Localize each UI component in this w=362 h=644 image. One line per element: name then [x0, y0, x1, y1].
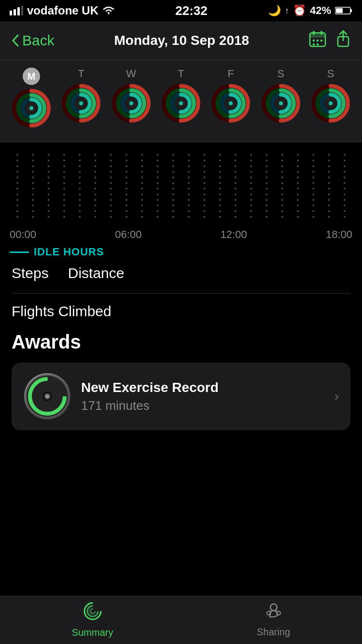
nav-title: Monday, 10 Sep 2018 — [114, 33, 250, 48]
idle-line — [10, 252, 29, 253]
tab-sharing[interactable]: Sharing — [257, 602, 290, 638]
time-label-1: 06:00 — [115, 228, 141, 241]
stats-row-top: Steps Distance — [12, 265, 350, 283]
time-label-0: 00:00 — [10, 228, 36, 241]
svg-rect-8 — [310, 33, 325, 38]
svg-rect-3 — [21, 6, 23, 15]
svg-rect-13 — [320, 40, 322, 42]
time-labels: 00:00 06:00 12:00 18:00 — [10, 228, 352, 241]
svg-rect-2 — [17, 7, 20, 15]
calendar-icon — [309, 30, 326, 47]
distance-stat: Distance — [68, 265, 125, 283]
time-label-2: 12:00 — [221, 228, 247, 241]
week-row: MTWTFSS — [0, 60, 362, 142]
sharing-icon — [265, 602, 282, 624]
calendar-button[interactable] — [309, 30, 326, 51]
svg-point-81 — [87, 606, 98, 616]
award-card[interactable]: New Exercise Record 171 minutes › — [12, 363, 350, 430]
svg-rect-10 — [320, 31, 322, 35]
stats-divider — [12, 293, 350, 294]
summary-icon — [84, 602, 102, 624]
svg-rect-15 — [317, 43, 319, 45]
tab-sharing-label: Sharing — [257, 627, 290, 638]
svg-rect-5 — [350, 9, 352, 12]
svg-rect-6 — [336, 8, 343, 13]
activity-ring-2 — [112, 84, 151, 123]
day-col-4: F — [209, 68, 252, 127]
dot-grid — [10, 152, 352, 220]
scroll-content[interactable]: MTWTFSS 00:00 06:00 12:00 18:00 IDLE HOU… — [0, 60, 362, 596]
signal-icon — [10, 6, 23, 15]
sharing-icon-svg — [265, 602, 282, 620]
award-badge — [23, 372, 71, 420]
day-col-0: M — [10, 68, 53, 127]
day-label-0: M — [23, 68, 40, 85]
time-label-3: 18:00 — [326, 228, 352, 241]
tab-bar: Summary Sharing — [0, 596, 362, 644]
svg-point-79 — [46, 395, 49, 398]
svg-rect-0 — [10, 11, 12, 15]
status-carrier: vodafone UK — [10, 4, 115, 17]
tab-summary-label: Summary — [72, 627, 113, 638]
nav-icons — [309, 30, 350, 51]
svg-rect-11 — [313, 40, 315, 42]
day-col-1: T — [59, 68, 103, 127]
carrier-text: vodafone UK — [27, 4, 98, 17]
svg-point-48 — [179, 101, 183, 105]
day-label-2: W — [126, 68, 136, 80]
activity-ring-4 — [211, 84, 250, 123]
battery-text: 42% — [310, 4, 331, 17]
back-chevron-icon — [12, 34, 19, 47]
day-col-3: T — [159, 68, 203, 127]
location-icon: ↑ — [285, 6, 289, 16]
wifi-icon — [102, 6, 115, 15]
award-chevron-icon: › — [334, 389, 339, 404]
chart-area — [10, 152, 352, 224]
share-icon — [336, 30, 350, 47]
svg-rect-12 — [317, 40, 319, 42]
activity-ring-1 — [62, 84, 100, 123]
alarm-icon: ⏰ — [293, 4, 306, 17]
award-title: New Exercise Record — [81, 380, 325, 395]
award-subtitle: 171 minutes — [81, 398, 325, 413]
summary-rings-icon — [84, 602, 102, 620]
day-label-1: T — [78, 68, 84, 80]
status-right: 🌙 ↑ ⏰ 42% — [268, 4, 352, 17]
steps-stat: Steps — [12, 265, 49, 283]
svg-point-24 — [29, 106, 33, 110]
status-bar: vodafone UK 22:32 🌙 ↑ ⏰ 42% — [0, 0, 362, 21]
battery-icon — [335, 6, 352, 15]
status-time: 22:32 — [175, 3, 208, 18]
day-col-6: S — [309, 68, 352, 127]
tab-summary[interactable]: Summary — [72, 602, 113, 638]
award-info: New Exercise Record 171 minutes — [81, 380, 325, 413]
flights-section: Flights Climbed — [0, 303, 362, 320]
award-badge-icon — [23, 372, 71, 420]
activity-ring-6 — [311, 84, 350, 123]
activity-ring-5 — [262, 84, 300, 123]
flights-label: Flights Climbed — [12, 303, 350, 320]
day-label-3: T — [178, 68, 184, 80]
svg-point-72 — [329, 101, 333, 105]
svg-point-64 — [279, 101, 283, 105]
awards-title: Awards — [12, 331, 350, 353]
svg-rect-1 — [14, 9, 16, 15]
idle-legend: IDLE HOURS — [10, 246, 352, 258]
chart-section: 00:00 06:00 12:00 18:00 IDLE HOURS — [0, 142, 362, 253]
moon-icon: 🌙 — [268, 4, 281, 17]
share-button[interactable] — [336, 30, 350, 51]
back-label: Back — [22, 32, 55, 49]
svg-point-32 — [79, 101, 83, 105]
stats-section: Steps Distance — [0, 253, 362, 294]
svg-rect-9 — [313, 31, 315, 35]
svg-rect-14 — [313, 43, 315, 45]
back-button[interactable]: Back — [12, 32, 55, 49]
day-label-5: S — [277, 68, 284, 80]
day-col-5: S — [259, 68, 303, 127]
activity-ring-3 — [162, 84, 200, 123]
svg-point-83 — [270, 604, 277, 611]
steps-label: Steps — [12, 265, 49, 281]
week-days: MTWTFSS — [10, 68, 352, 127]
activity-ring-0 — [12, 89, 51, 127]
distance-label: Distance — [68, 265, 125, 281]
